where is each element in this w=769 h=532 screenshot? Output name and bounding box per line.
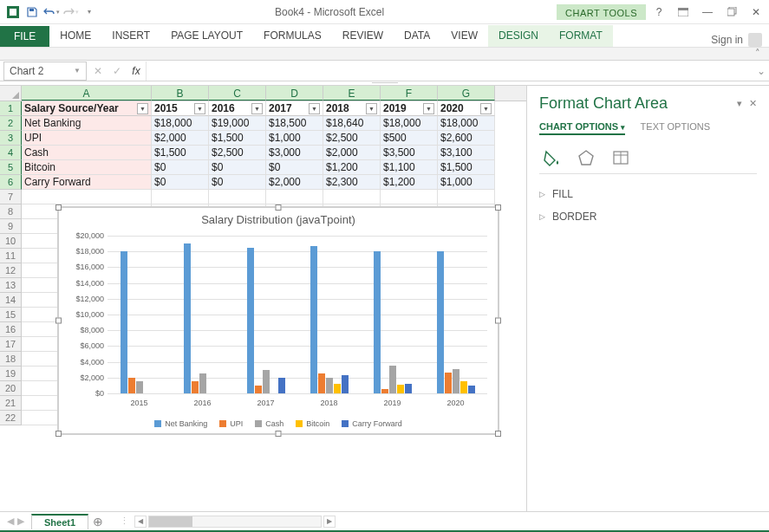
chart-bar[interactable] [255, 386, 262, 393]
chart-bar[interactable] [263, 370, 270, 393]
empty-cell[interactable] [152, 190, 209, 204]
table-cell[interactable]: UPI [22, 131, 152, 146]
tab-insert[interactable]: INSERT [101, 25, 160, 47]
table-cell[interactable]: $1,500 [152, 146, 209, 160]
filter-icon[interactable]: ▼ [137, 103, 148, 114]
worksheet-grid[interactable]: ABCDEFG1Salary Source/Year▼2015▼2016▼201… [0, 86, 526, 511]
empty-cell[interactable] [209, 190, 266, 204]
chart-bar[interactable] [278, 378, 285, 393]
chart-handle[interactable] [495, 318, 501, 324]
sign-in-link[interactable]: Sign in [704, 33, 769, 47]
format-pane-close-icon[interactable]: ✕ [749, 98, 757, 109]
row-header[interactable]: 6 [0, 175, 22, 190]
border-section[interactable]: ▷BORDER [539, 205, 757, 228]
chart-handle[interactable] [276, 431, 282, 437]
table-cell[interactable]: $2,000 [266, 175, 323, 190]
name-box-dropdown-icon[interactable]: ▼ [74, 67, 81, 75]
chart-bar[interactable] [389, 366, 396, 393]
sheet-nav-prev-icon[interactable]: ◀ [7, 516, 14, 527]
table-cell[interactable]: $0 [209, 160, 266, 175]
table-cell[interactable]: Carry Forward [22, 175, 152, 190]
chart-handle[interactable] [276, 204, 282, 211]
row-header[interactable]: 16 [0, 322, 22, 337]
table-cell[interactable]: $2,000 [152, 131, 209, 146]
row-header[interactable]: 3 [0, 131, 22, 146]
col-header[interactable]: A [22, 86, 152, 101]
format-pane-dropdown-icon[interactable]: ▾ [737, 98, 742, 109]
row-header[interactable]: 18 [0, 352, 22, 367]
chart-handle[interactable] [55, 318, 62, 324]
name-box[interactable]: Chart 2 ▼ [3, 62, 87, 81]
table-cell[interactable]: $1,200 [323, 160, 381, 175]
row-header[interactable]: 14 [0, 293, 22, 308]
row-header[interactable]: 8 [0, 204, 22, 219]
chart-bar[interactable] [184, 243, 191, 393]
formula-input[interactable] [146, 62, 753, 81]
legend-item[interactable]: Carry Forward [342, 419, 402, 428]
tab-data[interactable]: DATA [394, 25, 440, 47]
chart-bar[interactable] [121, 251, 127, 393]
chart-bar[interactable] [405, 384, 412, 393]
chart-bar[interactable] [453, 369, 459, 393]
chart-bar[interactable] [326, 378, 333, 393]
table-cell[interactable]: $2,600 [438, 131, 495, 146]
row-header[interactable]: 19 [0, 367, 22, 381]
table-cell[interactable]: $1,500 [209, 131, 266, 146]
close-icon[interactable]: ✕ [745, 3, 767, 22]
table-cell[interactable]: $1,200 [381, 175, 438, 190]
legend-item[interactable]: Net Banking [154, 419, 207, 428]
col-header[interactable]: C [209, 86, 266, 101]
fx-icon[interactable]: fx [127, 65, 146, 77]
chart-bar[interactable] [437, 251, 444, 393]
empty-cell[interactable] [323, 190, 381, 204]
redo-icon[interactable]: ▾ [61, 3, 80, 22]
fill-section[interactable]: ▷FILL [539, 183, 757, 205]
table-cell[interactable]: $3,500 [381, 146, 438, 160]
row-header[interactable]: 5 [0, 160, 22, 175]
undo-icon[interactable]: ▾ [42, 3, 61, 22]
empty-cell[interactable] [381, 190, 438, 204]
tab-format[interactable]: FORMAT [549, 25, 613, 47]
sheet-nav-next-icon[interactable]: ▶ [17, 516, 24, 527]
chart-legend[interactable]: Net BankingUPICashBitcoinCarry Forward [59, 419, 498, 428]
row-header[interactable]: 21 [0, 396, 22, 411]
row-header[interactable]: 17 [0, 337, 22, 352]
chart-bar[interactable] [310, 246, 317, 393]
chart-bar[interactable] [318, 373, 325, 393]
row-header[interactable]: 7 [0, 190, 22, 204]
chart-bar[interactable] [381, 389, 388, 393]
filter-icon[interactable]: ▼ [480, 103, 492, 114]
cancel-formula-icon[interactable]: ✕ [88, 65, 108, 77]
table-cell[interactable]: Bitcoin [22, 160, 152, 175]
table-cell[interactable]: $18,500 [266, 116, 323, 131]
chart-bar[interactable] [460, 381, 467, 393]
table-cell[interactable]: $1,000 [266, 131, 323, 146]
chart-bar[interactable] [128, 378, 135, 393]
chart-bar[interactable] [445, 373, 452, 393]
sheet-tab-active[interactable]: Sheet1 [31, 514, 88, 529]
table-header-cell[interactable]: 2020▼ [438, 101, 495, 116]
table-cell[interactable]: $500 [381, 131, 438, 146]
fill-line-icon[interactable] [539, 147, 564, 168]
table-cell[interactable]: $18,640 [323, 116, 381, 131]
table-header-cell[interactable]: 2018▼ [323, 101, 381, 116]
add-sheet-icon[interactable]: ⊕ [88, 515, 108, 529]
enter-formula-icon[interactable]: ✓ [108, 65, 127, 77]
row-header[interactable]: 2 [0, 116, 22, 131]
help-icon[interactable]: ? [648, 3, 670, 22]
ribbon-display-icon[interactable] [672, 3, 694, 22]
row-header[interactable]: 4 [0, 146, 22, 160]
table-cell[interactable]: Cash [22, 146, 152, 160]
save-icon[interactable] [23, 3, 42, 22]
hscroll-right-icon[interactable]: ▶ [323, 516, 336, 528]
legend-item[interactable]: Bitcoin [296, 419, 329, 428]
chart-plot-area[interactable]: $0$2,000$4,000$6,000$8,000$10,000$12,000… [108, 236, 487, 393]
table-header-cell[interactable]: Salary Source/Year▼ [22, 101, 152, 116]
col-header[interactable]: D [266, 86, 323, 101]
col-header[interactable]: F [381, 86, 438, 101]
table-cell[interactable]: $18,000 [152, 116, 209, 131]
table-header-cell[interactable]: 2019▼ [381, 101, 438, 116]
legend-item[interactable]: Cash [255, 419, 283, 428]
filter-icon[interactable]: ▼ [251, 103, 263, 114]
chart-bar[interactable] [136, 381, 143, 393]
